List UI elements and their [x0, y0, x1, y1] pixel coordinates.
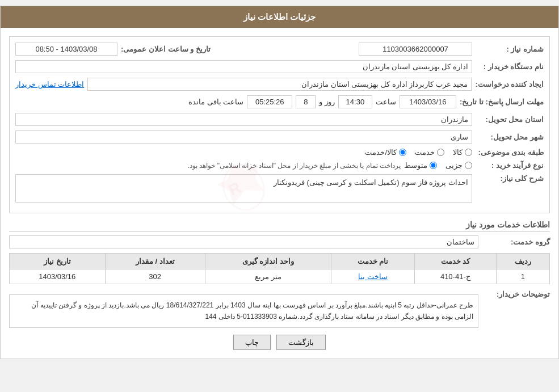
mohlat-saat: 14:30	[338, 95, 372, 108]
row-grooh: گروه خدمت: ساختمان	[9, 235, 550, 248]
mohlat-roz-label: روز و	[319, 98, 335, 106]
grooh-label: گروه خدمت:	[482, 238, 550, 246]
shahr-value: ساری	[15, 130, 472, 144]
noeFarayand-jozi-label: جزیی	[445, 161, 463, 170]
page-header: جزئیات اطلاعات نیاز	[1, 6, 558, 28]
mohlat-roz: 8	[296, 95, 316, 108]
col-tarikh: تاریخ نیاز	[10, 254, 106, 269]
tabaghe-kala-label: کالا	[453, 148, 463, 157]
col-radif: ردیف	[496, 254, 549, 269]
content-area: شماره نیاز : 1103003662000007 تاریخ و سا…	[1, 28, 558, 359]
shomareNiaz-label: شماره نیاز :	[476, 45, 544, 53]
tabaghe-khedmat-option[interactable]: خدمت	[415, 148, 444, 157]
row-namDastgah: نام دستگاه خریدار : اداره کل بهزیستی است…	[15, 60, 544, 73]
col-tedad: تعداد / مقدار	[105, 254, 205, 269]
tabaghe-label: طبقه بندی موضوعی:	[476, 148, 544, 157]
sharh-label: شرح کلی نیاز:	[476, 174, 544, 183]
row-tabaghe: طبقه بندی موضوعی: کالا خدمت کالا/خدمت	[15, 148, 544, 157]
row-shahr: شهر محل تحویل: ساری	[15, 130, 544, 144]
tabaghe-kalaKhedmat-option[interactable]: کالا/خدمت	[365, 148, 406, 157]
sharh-value: احداث پروژه فاز سوم (تکمیل اسکلت و کرسی …	[274, 178, 468, 187]
row-mohlat: مهلت ارسال پاسخ: تا تاریخ: 1403/03/16 سا…	[15, 95, 544, 108]
back-button[interactable]: بازگشت	[276, 335, 326, 350]
mohlat-baqi-label: ساعت باقی مانده	[188, 98, 243, 106]
shahr-label: شهر محل تحویل:	[476, 133, 544, 141]
button-row: بازگشت چاپ	[9, 335, 550, 350]
row-shomareNiaz: شماره نیاز : 1103003662000007 تاریخ و سا…	[15, 43, 544, 56]
cell-radif: 1	[496, 269, 549, 284]
ijadKonande-label: ایجاد کننده درخواست:	[475, 80, 544, 88]
table-body: 1 ج-41-410 ساخت بنا متر مربع 302 1403/03…	[10, 269, 550, 284]
svg-text:R: R	[226, 179, 243, 200]
table-row: 1 ج-41-410 ساخت بنا متر مربع 302 1403/03…	[10, 269, 550, 284]
tabaghe-radio-group: کالا خدمت کالا/خدمت	[365, 148, 472, 157]
page-title: جزئیات اطلاعات نیاز	[243, 12, 316, 22]
page-container: جزئیات اطلاعات نیاز شماره نیاز : 1103003…	[0, 6, 559, 359]
col-kod: کد خدمت	[415, 254, 496, 269]
khadamat-title: اطلاعات خدمات مورد نیاز	[9, 220, 550, 232]
ostan-value: مازندران	[15, 113, 472, 126]
table-header-row: ردیف کد خدمت نام خدمت واحد اندازه گیری ت…	[10, 254, 550, 269]
tabaghe-kalaKhedmat-radio[interactable]	[399, 149, 406, 156]
ijadKonande-value: مجید عرب کاربرداز اداره کل بهزیستی استان…	[87, 78, 472, 91]
noeFarayand-note: پرداخت تمام یا بخشی از مبلغ خریدار از مح…	[188, 162, 401, 170]
noeFarayand-radio-group: جزیی متوسط	[404, 161, 472, 170]
services-table: ردیف کد خدمت نام خدمت واحد اندازه گیری ت…	[9, 253, 550, 284]
tosihaat-value: طرح عمرانی-حداقل رتبه 5 ابنیه باشند.مبلغ…	[9, 294, 478, 328]
watermark: R	[200, 147, 287, 229]
row-ijadKonande: ایجاد کننده درخواست: مجید عرب کاربرداز ا…	[15, 78, 544, 91]
noeFarayand-motavaset-option[interactable]: متوسط	[404, 161, 437, 170]
namDastgah-value: اداره کل بهزیستی استان مازندران	[15, 60, 472, 73]
row-sharh: شرح کلی نیاز: R احداث پروژه فاز سوم (تکم…	[15, 174, 544, 203]
tabaghe-kalaKhedmat-label: کالا/خدمت	[365, 148, 397, 157]
row-tosihaat: توضیحات خریدار: طرح عمرانی-حداقل رتبه 5 …	[9, 290, 550, 328]
grooh-value: ساختمان	[9, 235, 478, 248]
main-form: شماره نیاز : 1103003662000007 تاریخ و سا…	[9, 36, 550, 213]
print-button[interactable]: چاپ	[233, 335, 271, 350]
cell-nam[interactable]: ساخت بنا	[331, 269, 415, 284]
cell-tarikh: 1403/03/16	[10, 269, 106, 284]
mohlat-date: 1403/03/16	[400, 95, 456, 108]
col-vahed: واحد اندازه گیری	[205, 254, 331, 269]
mohlat-label: مهلت ارسال پاسخ: تا تاریخ:	[460, 98, 544, 106]
mohlat-saat-label: ساعت	[376, 98, 396, 106]
cell-vahed: متر مربع	[205, 269, 331, 284]
ostan-label: استان محل تحویل:	[476, 115, 544, 124]
tarikh-value: 1403/03/08 - 08:50	[15, 43, 117, 56]
etelaatTamas-link[interactable]: اطلاعات تماس خریدار	[15, 80, 84, 88]
row-noeFarayand: نوع فرآیند خرید : جزیی متوسط پرداخت تمام…	[15, 161, 544, 170]
cell-tedad: 302	[105, 269, 205, 284]
noeFarayand-motavaset-label: متوسط	[404, 161, 427, 170]
col-nam: نام خدمت	[331, 254, 415, 269]
shomareNiaz-value: 1103003662000007	[359, 43, 472, 56]
noeFarayand-motavaset-radio[interactable]	[430, 162, 437, 169]
tabaghe-kala-radio[interactable]	[465, 149, 472, 156]
tabaghe-khedmat-label: خدمت	[415, 148, 435, 157]
noeFarayand-jozi-radio[interactable]	[465, 162, 472, 169]
noeFarayand-label: نوع فرآیند خرید :	[476, 161, 544, 170]
tabaghe-kala-option[interactable]: کالا	[453, 148, 472, 157]
tabaghe-khedmat-radio[interactable]	[437, 149, 444, 156]
tarikh-label: تاریخ و ساعت اعلان عمومی:	[121, 45, 211, 53]
cell-kod: ج-41-410	[415, 269, 496, 284]
noeFarayand-jozi-option[interactable]: جزیی	[445, 161, 472, 170]
namDastgah-label: نام دستگاه خریدار :	[476, 62, 544, 71]
row-ostan: استان محل تحویل: مازندران	[15, 113, 544, 126]
tosihaat-label: توضیحات خریدار:	[482, 290, 550, 298]
mohlat-baqi: 05:25:26	[247, 95, 292, 108]
sharh-box: R احداث پروژه فاز سوم (تکمیل اسکلت و کرس…	[15, 174, 472, 203]
